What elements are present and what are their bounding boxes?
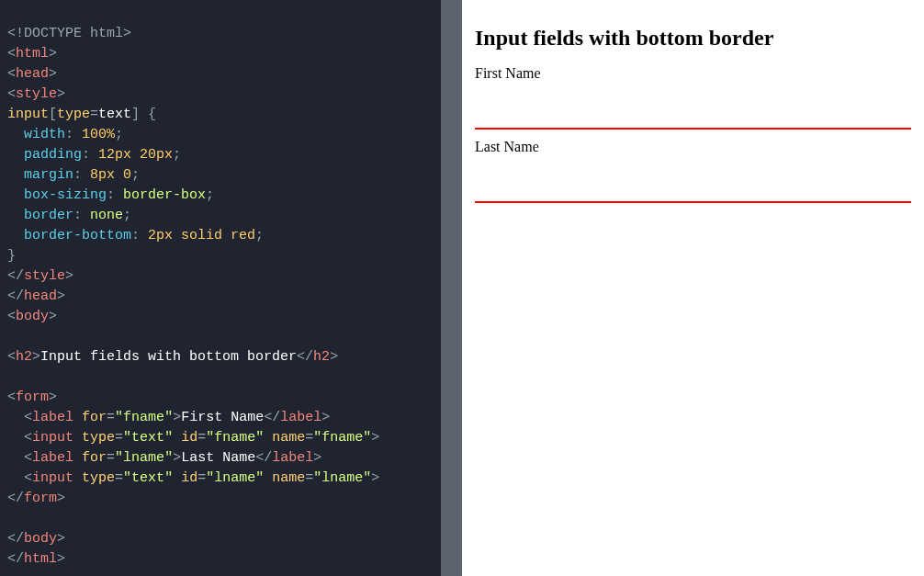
- preview-panel: Input fields with bottom border First Na…: [462, 0, 924, 576]
- example-form: First Name Last Name: [475, 65, 911, 207]
- code-editor-panel[interactable]: <!DOCTYPE html> <html> <head> <style> in…: [0, 0, 441, 576]
- page-heading: Input fields with bottom border: [475, 26, 911, 51]
- pane-divider[interactable]: [441, 0, 462, 576]
- code-line: <!DOCTYPE html>: [7, 26, 131, 41]
- last-name-input[interactable]: [475, 163, 911, 203]
- last-name-label: Last Name: [475, 139, 911, 155]
- first-name-label: First Name: [475, 65, 911, 82]
- first-name-input[interactable]: [475, 89, 911, 130]
